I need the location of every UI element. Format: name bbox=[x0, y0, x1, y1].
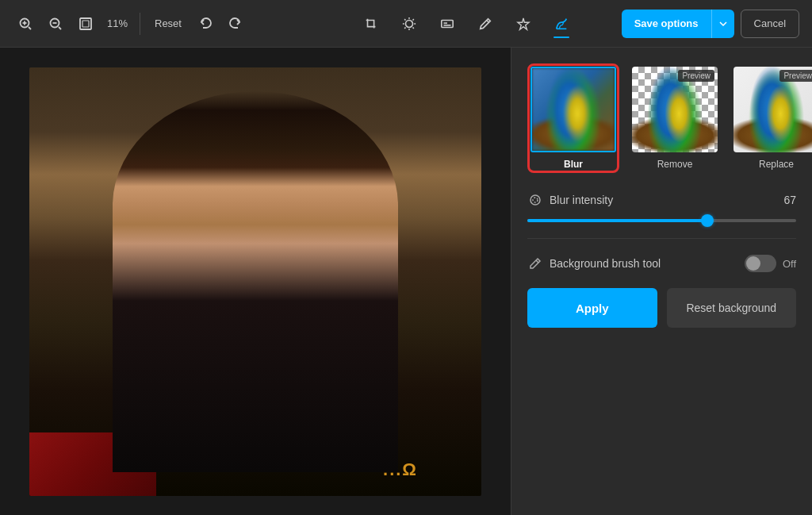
svg-line-5 bbox=[59, 27, 61, 29]
toggle-state-label: Off bbox=[783, 258, 796, 270]
draw-tool-button[interactable] bbox=[471, 10, 500, 38]
effect-cards: Blur Preview Remove Preview Replace bbox=[527, 63, 796, 173]
toolbar: 11% Reset bbox=[0, 0, 812, 48]
replace-effect-card[interactable]: Preview Replace bbox=[730, 63, 812, 173]
redo-button[interactable] bbox=[223, 11, 248, 37]
remove-preview-badge: Preview bbox=[678, 70, 714, 82]
svg-line-1 bbox=[29, 27, 31, 29]
blur-intensity-slider[interactable] bbox=[527, 219, 796, 222]
blur-preview bbox=[532, 68, 615, 151]
toggle-wrap: Off bbox=[745, 255, 796, 272]
svg-line-16 bbox=[404, 27, 405, 28]
background-effects-icon bbox=[554, 17, 569, 31]
slider-thumb[interactable] bbox=[701, 214, 714, 227]
toolbar-right: Save options Cancel bbox=[622, 10, 799, 38]
exposure-tool-button[interactable] bbox=[395, 10, 423, 38]
svg-line-15 bbox=[412, 27, 413, 28]
draw-icon bbox=[478, 17, 492, 31]
person-layer bbox=[113, 91, 398, 472]
redo-icon bbox=[228, 17, 243, 31]
remove-effect-image: Preview bbox=[632, 67, 718, 152]
undo-button[interactable] bbox=[193, 11, 218, 37]
sparkle-icon bbox=[516, 17, 530, 31]
save-options-dropdown-button[interactable] bbox=[711, 10, 734, 38]
action-buttons: Apply Reset background bbox=[527, 288, 796, 328]
blur-intensity-section: Blur intensity 67 bbox=[527, 192, 796, 222]
toggle-knob bbox=[746, 256, 760, 271]
svg-line-17 bbox=[412, 19, 413, 20]
brush-tool-toggle[interactable] bbox=[745, 255, 776, 272]
zoom-out-icon bbox=[48, 17, 63, 31]
svg-point-23 bbox=[530, 195, 540, 205]
blur-icon bbox=[527, 192, 543, 208]
svg-line-21 bbox=[487, 20, 489, 22]
remove-card-label: Remove bbox=[657, 159, 693, 170]
panel-divider bbox=[527, 238, 796, 239]
blur-effect-image bbox=[530, 67, 616, 152]
svg-rect-18 bbox=[442, 20, 453, 27]
canvas-image: ...Ω bbox=[29, 67, 481, 496]
exposure-icon bbox=[402, 17, 416, 31]
blur-intensity-label: Blur intensity bbox=[550, 194, 771, 206]
reset-background-button[interactable]: Reset background bbox=[667, 288, 797, 328]
svg-point-9 bbox=[405, 20, 412, 27]
toolbar-center bbox=[317, 10, 615, 38]
brush-pencil-icon bbox=[529, 257, 542, 270]
cancel-button[interactable]: Cancel bbox=[741, 10, 799, 38]
apply-button[interactable]: Apply bbox=[527, 288, 657, 328]
canvas-area[interactable]: ...Ω bbox=[0, 48, 511, 515]
blur-intensity-value: 67 bbox=[777, 194, 796, 206]
caption-tool-button[interactable] bbox=[433, 10, 462, 38]
crop-icon bbox=[364, 17, 378, 31]
fit-to-screen-button[interactable] bbox=[73, 11, 98, 37]
svg-rect-7 bbox=[80, 18, 91, 29]
blur-intensity-slider-container bbox=[527, 208, 796, 222]
zoom-out-button[interactable] bbox=[43, 11, 68, 37]
replace-card-label: Replace bbox=[759, 159, 794, 170]
brush-tool-label: Background brush tool bbox=[550, 257, 738, 270]
blur-effect-card[interactable]: Blur bbox=[527, 63, 619, 173]
replace-preview-badge: Preview bbox=[779, 70, 812, 82]
fit-icon bbox=[79, 17, 93, 31]
zoom-in-button[interactable] bbox=[13, 11, 38, 37]
watermark: ...Ω bbox=[383, 459, 418, 480]
svg-line-25 bbox=[536, 260, 538, 263]
caption-icon bbox=[440, 17, 454, 31]
save-options-button[interactable]: Save options bbox=[622, 10, 711, 38]
undo-icon bbox=[198, 17, 213, 31]
blur-card-label: Blur bbox=[564, 159, 583, 170]
brush-tool-row: Background brush tool Off bbox=[527, 255, 796, 272]
blur-intensity-row: Blur intensity 67 bbox=[527, 192, 796, 208]
reset-button[interactable]: Reset bbox=[148, 14, 188, 33]
toolbar-divider-1 bbox=[140, 13, 140, 35]
save-options-group: Save options bbox=[622, 10, 734, 38]
svg-rect-8 bbox=[82, 21, 89, 27]
background-tool-button[interactable] bbox=[547, 10, 576, 38]
chevron-down-icon bbox=[718, 19, 728, 29]
toolbar-left: 11% Reset bbox=[13, 11, 311, 37]
sparkle-tool-button[interactable] bbox=[509, 10, 538, 38]
crop-tool-button[interactable] bbox=[357, 10, 385, 38]
replace-effect-image: Preview bbox=[733, 67, 812, 152]
slider-fill bbox=[527, 219, 707, 222]
blur-circle-icon bbox=[529, 194, 542, 206]
brush-icon bbox=[527, 256, 543, 271]
right-panel: Blur Preview Remove Preview Replace bbox=[511, 48, 812, 515]
remove-effect-card[interactable]: Preview Remove bbox=[629, 63, 721, 173]
main-content: ...Ω Blur Preview Remove bbox=[0, 48, 812, 515]
svg-point-24 bbox=[533, 198, 538, 202]
zoom-in-icon bbox=[18, 17, 33, 31]
svg-line-14 bbox=[404, 19, 405, 20]
zoom-value: 11% bbox=[103, 17, 132, 29]
